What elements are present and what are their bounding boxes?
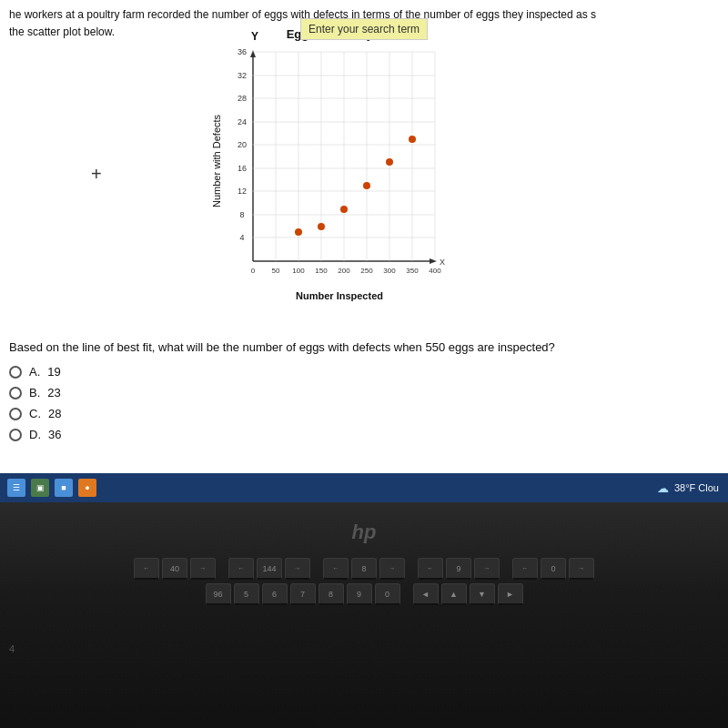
key-esc[interactable]: ←	[134, 558, 159, 580]
y-axis-label: Number with Defects	[211, 52, 222, 270]
svg-text:20: 20	[238, 140, 247, 149]
keyboard-row-1: ← 40 → ← 144 → ← 8 → ← 9 → ← 0 →	[23, 558, 705, 580]
svg-text:16: 16	[238, 164, 247, 173]
key-5[interactable]: 5	[234, 583, 259, 605]
option-row-d[interactable]: D. 36	[9, 428, 719, 441]
svg-text:28: 28	[238, 94, 247, 103]
svg-text:100: 100	[292, 267, 305, 275]
radio-a[interactable]	[9, 366, 22, 379]
corner-num-left: 4	[9, 643, 15, 654]
svg-text:50: 50	[272, 267, 280, 275]
svg-text:250: 250	[360, 267, 373, 275]
y-axis-letter: Y	[251, 30, 258, 43]
svg-text:400: 400	[429, 267, 441, 275]
key-8b[interactable]: 8	[318, 583, 344, 605]
taskbar-right: ☁ 38°F Clou	[657, 481, 719, 495]
data-point-4	[363, 182, 370, 189]
svg-marker-3	[430, 258, 437, 264]
key-arrow-d[interactable]: ▼	[470, 583, 495, 605]
key-l2[interactable]: ←	[228, 558, 254, 580]
key-r4[interactable]: →	[474, 558, 500, 580]
svg-text:300: 300	[383, 267, 396, 275]
taskbar-icon-2[interactable]: ▣	[31, 479, 49, 497]
question-area: Based on the line of best fit, what will…	[0, 332, 728, 456]
svg-text:12: 12	[238, 187, 247, 196]
key-8[interactable]: 8	[351, 558, 377, 580]
x-axis-label: Number Inspected	[226, 290, 453, 301]
key-l4[interactable]: ←	[418, 558, 443, 580]
option-value-c: 28	[48, 407, 61, 420]
key-6[interactable]: 6	[262, 583, 288, 605]
data-point-2	[318, 223, 325, 230]
key-144[interactable]: 144	[257, 558, 282, 580]
option-row-c[interactable]: C. 28	[9, 407, 719, 420]
key-0[interactable]: 0	[541, 558, 566, 580]
data-point-5	[386, 158, 393, 166]
weather-text: 38°F Clou	[674, 482, 719, 493]
screen: he workers at a poultry farm recorded th…	[0, 0, 728, 473]
data-point-6	[409, 136, 416, 143]
option-value-a: 19	[47, 365, 60, 379]
svg-text:350: 350	[406, 267, 419, 275]
radio-b[interactable]	[9, 387, 22, 399]
plus-symbol: +	[91, 164, 102, 185]
taskbar-icon-3[interactable]: ■	[55, 479, 73, 497]
key-l5[interactable]: ←	[512, 558, 538, 580]
key-r2[interactable]: →	[285, 558, 310, 580]
svg-text:32: 32	[238, 71, 247, 80]
taskbar-icon-4[interactable]: ●	[78, 479, 96, 497]
svg-marker-2	[250, 50, 256, 57]
option-row-b[interactable]: B. 23	[9, 386, 719, 399]
key-arrow-u[interactable]: ▲	[441, 583, 467, 605]
key-arrow-l[interactable]: ◄	[413, 583, 439, 605]
keyboard-area: ← 40 → ← 144 → ← 8 → ← 9 → ← 0 → 96 5 6 …	[23, 558, 705, 608]
option-value-d: 36	[48, 428, 61, 441]
key-96[interactable]: 96	[206, 583, 231, 605]
svg-text:X: X	[440, 258, 445, 267]
radio-d[interactable]	[9, 429, 22, 441]
svg-text:0: 0	[251, 267, 256, 275]
key-arrow-r[interactable]: ►	[498, 583, 523, 605]
key-0b[interactable]: 0	[375, 583, 400, 605]
key-7[interactable]: 7	[290, 583, 316, 605]
key-r5[interactable]: →	[569, 558, 594, 580]
svg-text:200: 200	[338, 267, 350, 275]
key-r1[interactable]: →	[190, 558, 216, 580]
key-r3[interactable]: →	[379, 558, 405, 580]
key-9b[interactable]: 9	[347, 583, 372, 605]
hp-logo: hp	[352, 521, 377, 544]
weather-icon: ☁	[657, 481, 669, 495]
key-40[interactable]: 40	[162, 558, 187, 580]
data-point-1	[295, 228, 302, 236]
key-9[interactable]: 9	[446, 558, 471, 580]
option-letter-c: C.	[29, 407, 41, 420]
option-letter-d: D.	[29, 428, 41, 441]
data-point-3	[340, 206, 348, 213]
taskbar-icon-1[interactable]: ☰	[7, 479, 25, 497]
svg-text:150: 150	[315, 267, 328, 275]
svg-text:36: 36	[238, 47, 247, 56]
key-l3[interactable]: ←	[323, 558, 349, 580]
keyboard-row-2: 96 5 6 7 8 9 0 ◄ ▲ ▼ ►	[23, 583, 705, 605]
chart-container: Eggs at Poultry Farm Number with Defects…	[209, 27, 482, 318]
option-row-a[interactable]: A. 19	[9, 365, 719, 379]
search-tooltip[interactable]: Enter your search term	[300, 18, 428, 40]
svg-text:8: 8	[239, 210, 244, 219]
svg-text:4: 4	[239, 233, 244, 242]
laptop-body: hp ← 40 → ← 144 → ← 8 → ← 9 → ← 0 → 96	[0, 502, 728, 728]
chart-svg: X 4 8 12 16	[226, 43, 453, 288]
option-letter-b: B.	[29, 386, 40, 399]
question-text: Based on the line of best fit, what will…	[9, 339, 719, 356]
option-letter-a: A.	[29, 365, 40, 379]
taskbar: ☰ ▣ ■ ● ☁ 38°F Clou	[0, 473, 728, 502]
radio-c[interactable]	[9, 408, 22, 420]
option-value-b: 23	[47, 386, 60, 399]
svg-text:24: 24	[238, 117, 247, 126]
